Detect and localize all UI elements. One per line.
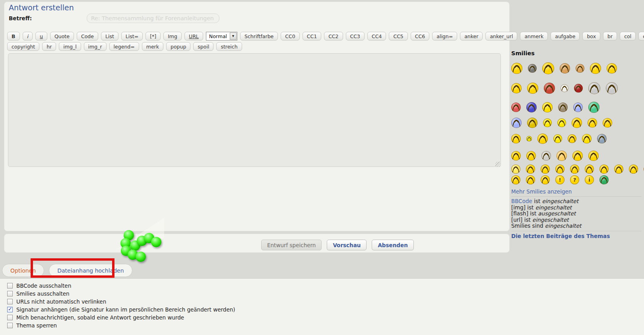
bbcode-button[interactable]: anmerk: [520, 32, 548, 41]
option-checkbox[interactable]: [7, 315, 13, 320]
smiley-icon[interactable]: [574, 84, 583, 93]
smiley-icon[interactable]: [561, 84, 568, 92]
smiley-icon[interactable]: [573, 103, 583, 112]
option-checkbox[interactable]: [7, 283, 13, 289]
smiley-icon[interactable]: [542, 62, 554, 74]
bbcode-button[interactable]: Img: [163, 32, 182, 41]
smiley-icon[interactable]: [511, 165, 520, 174]
smiley-icon[interactable]: [588, 151, 599, 161]
bbcode-button[interactable]: CC0: [281, 32, 299, 41]
smiley-icon[interactable]: [511, 134, 521, 143]
smiley-icon[interactable]: [572, 151, 583, 161]
bbcode-button[interactable]: Schriftfarbe: [240, 32, 278, 41]
smiley-icon[interactable]: [526, 136, 532, 141]
bbcode-button[interactable]: spoil: [193, 42, 213, 51]
smiley-icon[interactable]: [607, 63, 617, 74]
smiley-icon[interactable]: [544, 83, 555, 94]
smiley-icon[interactable]: [526, 151, 536, 161]
smiley-icon[interactable]: [568, 134, 576, 143]
smiley-icon[interactable]: i: [585, 175, 594, 184]
bbcode-button[interactable]: URL: [184, 32, 203, 41]
smiley-icon[interactable]: [603, 118, 612, 128]
smiley-icon[interactable]: [541, 175, 550, 184]
bbcode-button[interactable]: merk: [142, 42, 163, 51]
smiley-icon[interactable]: [541, 151, 551, 161]
bbcode-button[interactable]: CC1: [303, 32, 321, 41]
action-button[interactable]: Absenden: [372, 240, 413, 250]
message-textarea[interactable]: [8, 53, 501, 167]
smiley-icon[interactable]: [526, 165, 535, 174]
smiley-icon[interactable]: [572, 118, 582, 128]
option-checkbox[interactable]: [7, 291, 13, 296]
smiley-icon[interactable]: [555, 165, 564, 174]
bbcode-button[interactable]: CC3: [346, 32, 365, 41]
smiley-icon[interactable]: [541, 165, 550, 174]
tab[interactable]: Optionen: [2, 264, 44, 277]
font-size-select[interactable]: Normal ▼: [206, 32, 237, 41]
smiley-icon[interactable]: [511, 103, 521, 112]
smiley-icon[interactable]: [511, 63, 522, 74]
bbcode-button[interactable]: CC2: [324, 32, 343, 41]
smiley-icon[interactable]: [528, 64, 537, 73]
smiley-icon[interactable]: [558, 103, 568, 112]
action-button[interactable]: Entwurf speichern: [261, 240, 322, 250]
action-button[interactable]: Vorschau: [327, 240, 367, 250]
bbcode-button[interactable]: i: [23, 32, 33, 41]
bbcode-button[interactable]: anker: [460, 32, 483, 41]
bbcode-button[interactable]: br: [603, 32, 617, 41]
bbcode-button[interactable]: B: [7, 32, 20, 41]
bbcode-button[interactable]: CC6: [411, 32, 429, 41]
smiley-icon[interactable]: [511, 151, 521, 161]
smiley-icon[interactable]: [553, 134, 562, 143]
smiley-icon[interactable]: [537, 134, 548, 144]
smiley-icon[interactable]: [588, 118, 597, 128]
smiley-icon[interactable]: [557, 118, 566, 127]
smiley-icon[interactable]: [511, 118, 522, 128]
bbcode-button[interactable]: anker_url: [485, 32, 517, 41]
tab[interactable]: Dateianhang hochladen: [49, 264, 132, 277]
smiley-icon[interactable]: [629, 165, 638, 174]
bbcode-button[interactable]: Quote: [50, 32, 74, 41]
bbcode-button[interactable]: [*]: [145, 32, 161, 41]
smiley-icon[interactable]: ?: [570, 175, 579, 184]
smiley-icon[interactable]: [526, 175, 535, 184]
smiley-icon[interactable]: [527, 83, 538, 94]
smiley-icon[interactable]: [557, 151, 567, 161]
bbcode-button[interactable]: List=: [121, 32, 143, 41]
option-checkbox[interactable]: [7, 299, 13, 304]
bbcode-button[interactable]: box: [582, 32, 600, 41]
smiley-icon[interactable]: [576, 64, 584, 73]
smiley-icon[interactable]: [511, 83, 522, 93]
smiley-icon[interactable]: [590, 63, 601, 74]
bbcode-button[interactable]: hr: [42, 42, 56, 51]
smiley-icon[interactable]: [582, 134, 592, 143]
bbcode-button[interactable]: CC5: [389, 32, 407, 41]
bbcode-button[interactable]: popup: [166, 42, 190, 51]
smiley-icon[interactable]: !: [555, 175, 564, 184]
bbcode-button[interactable]: aufgabe: [551, 32, 580, 41]
smiley-icon[interactable]: [526, 102, 537, 112]
bbcode-button[interactable]: Code: [77, 32, 98, 41]
bbcode-button[interactable]: streich: [216, 42, 242, 51]
smiley-icon[interactable]: [599, 175, 609, 184]
last-posts-link[interactable]: Die letzten Beiträge des Themas: [511, 233, 642, 239]
smiley-icon[interactable]: [585, 165, 594, 174]
smiley-icon[interactable]: [614, 165, 623, 174]
option-checkbox[interactable]: [7, 307, 13, 312]
bbcode-button[interactable]: u: [35, 32, 47, 41]
more-smilies-link[interactable]: Mehr Smilies anzeigen: [511, 188, 642, 195]
bbcode-button[interactable]: copyright: [7, 42, 39, 51]
smiley-icon[interactable]: [543, 118, 552, 127]
smiley-icon[interactable]: [511, 175, 520, 184]
smiley-icon[interactable]: [597, 134, 607, 143]
bbcode-button[interactable]: img_r: [84, 42, 107, 51]
smiley-icon[interactable]: [599, 165, 609, 174]
bbcode-button[interactable]: col: [620, 32, 636, 41]
bbcode-button[interactable]: img_l: [59, 42, 81, 51]
subject-input[interactable]: [87, 14, 219, 23]
smiley-icon[interactable]: [588, 102, 599, 113]
textarea-resize-grip[interactable]: [495, 162, 500, 167]
bbcode-button[interactable]: CC4: [367, 32, 386, 41]
smiley-icon[interactable]: [606, 82, 618, 94]
smiley-icon[interactable]: [588, 82, 600, 94]
